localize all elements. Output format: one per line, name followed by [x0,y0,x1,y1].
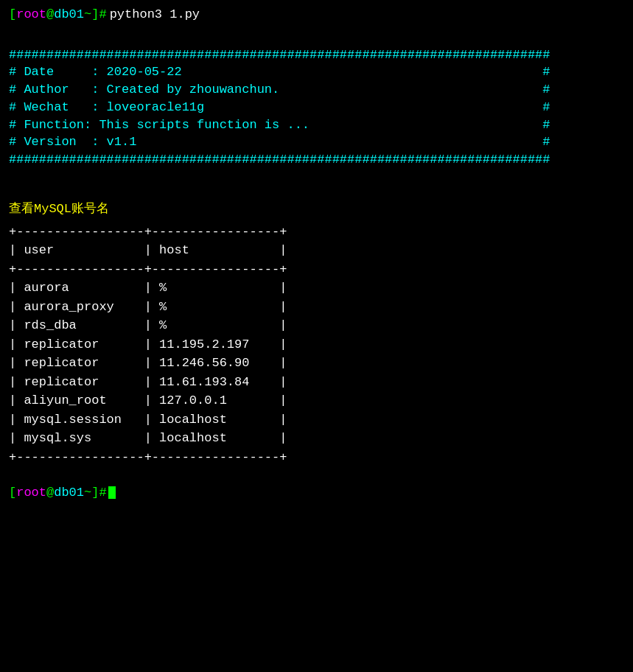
terminal-cursor [108,486,116,499]
prompt-line-1: [ root @ db01 ~ ] # python3 1.py [9,7,624,21]
table-row: | aliyun_root | 127.0.0.1 | [9,391,624,410]
prompt-host-2: db01 [54,486,84,500]
table-header: | user | host | [9,241,624,260]
prompt-root-2: root [16,486,46,500]
empty-line-3 [9,466,624,486]
prompt-hash-2: # [99,486,106,500]
banner-line-1: ########################################… [9,46,624,64]
banner-line-4: # Wechat : loveoracle11g # [9,99,624,116]
table-row: | mysql.sys | localhost | [9,429,624,448]
table-row: | replicator | 11.61.193.84 | [9,373,624,392]
table-row: | replicator | 11.195.2.197 | [9,335,624,354]
prompt-host-1: db01 [54,7,84,21]
banner-line-2: # Date : 2020-05-22 # [9,63,624,81]
banner-line-7: ########################################… [9,151,624,169]
prompt-line-2: [ root @ db01 ~ ] # [9,486,624,500]
prompt-command-1: python3 1.py [110,7,200,21]
table-row: | aurora | % | [9,279,624,298]
bracket-close-2: ] [91,486,99,500]
terminal-window: [ root @ db01 ~ ] # python3 1.py #######… [9,7,624,672]
bracket-close-1: ] [91,7,99,21]
prompt-hash-1: # [99,7,106,21]
table-border-top: +-----------------+-----------------+ [9,223,624,242]
bracket-open-1: [ [9,7,16,21]
prompt-at-2: @ [46,486,54,500]
empty-line-1 [9,27,624,46]
prompt-root-1: root [16,7,46,21]
table-row: | aurora_proxy | % | [9,298,624,317]
banner-line-6: # Version : v1.1 # [9,133,624,151]
prompt-path-1: ~ [84,7,91,21]
bracket-open-2: [ [9,486,16,500]
banner-line-5: # Function: This scripts function is ...… [9,116,624,134]
table-border-bottom: +-----------------+-----------------+ [9,448,624,467]
prompt-path-2: ~ [84,486,91,500]
section-title: 查看MySQL账号名 [9,200,624,217]
empty-line-2 [9,169,624,188]
table-row: | replicator | 11.246.56.90 | [9,354,624,373]
table-row: | rds_dba | % | [9,316,624,335]
banner-line-3: # Author : Created by zhouwanchun. # [9,81,624,99]
table-border-mid: +-----------------+-----------------+ [9,260,624,279]
prompt-at-1: @ [46,7,54,21]
table-row: | mysql.session | localhost | [9,410,624,430]
table-rows: | aurora | % || aurora_proxy | % || rds_… [9,279,624,448]
